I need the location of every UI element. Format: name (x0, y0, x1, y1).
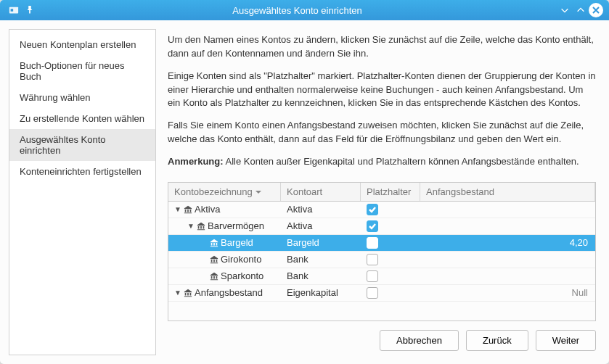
cell-account-name: Sparkonto (168, 270, 281, 281)
sidebar-item-new-plan[interactable]: Neuen Kontenplan erstellen (9, 34, 155, 55)
sidebar-item-book-options[interactable]: Buch-Optionen für neues Buch (9, 55, 155, 87)
table-row[interactable]: ▼AnfangsbestandEigenkapitalNull (168, 285, 595, 302)
cell-placeholder (361, 254, 420, 265)
account-name-text: Bargeld (221, 237, 253, 248)
table-row[interactable]: SparkontoBank (168, 268, 595, 285)
placeholder-checkbox[interactable] (367, 254, 378, 265)
cell-account-type: Aktiva (281, 204, 361, 215)
titlebar: Ausgewähltes Konto einrichten (0, 0, 609, 20)
window-title: Ausgewähltes Konto einrichten (38, 5, 557, 16)
cell-opening-balance[interactable]: 4,20 (420, 237, 595, 248)
cancel-button[interactable]: Abbrechen (380, 330, 459, 351)
main-panel: Um den Namen eines Kontos zu ändern, kli… (156, 29, 600, 355)
back-button[interactable]: Zurück (466, 330, 528, 351)
sidebar-item-select-accounts[interactable]: Zu erstellende Konten wählen (9, 108, 155, 129)
account-name-text: Anfangsbestand (195, 287, 263, 298)
col-header-balance[interactable]: Anfangsbestand (420, 183, 595, 201)
sidebar-item-setup-account[interactable]: Ausgewähltes Konto einrichten (9, 129, 155, 161)
cell-placeholder (361, 270, 420, 282)
instructions: Um den Namen eines Kontos zu ändern, kli… (168, 33, 596, 178)
cell-account-name: Girokonto (168, 254, 281, 265)
app-icon (8, 4, 20, 16)
instruction-p3: Falls Sie einem Konto einen Anfangsbesta… (168, 119, 596, 146)
instruction-note: Anmerkung: Alle Konten außer Eigenkapita… (168, 155, 596, 169)
instruction-p2: Einige Konten sind als "Platzhalter" mar… (168, 70, 596, 111)
cell-account-type: Bank (281, 270, 361, 281)
cell-opening-balance[interactable]: Null (420, 287, 595, 298)
dialog-body: Neuen Kontenplan erstellen Buch-Optionen… (0, 20, 609, 364)
table-row[interactable]: ▼BarvermögenAktiva (168, 218, 595, 235)
wizard-steps-sidebar: Neuen Kontenplan erstellen Buch-Optionen… (9, 29, 156, 355)
table-row[interactable]: GirokontoBank (168, 252, 595, 268)
cell-placeholder (361, 220, 420, 232)
maximize-icon[interactable] (575, 4, 586, 16)
svg-rect-1 (11, 9, 14, 12)
dialog-window: Ausgewähltes Konto einrichten Neuen Kont… (0, 0, 609, 364)
cell-account-name: Bargeld (168, 237, 281, 248)
cell-account-type: Bargeld (281, 237, 361, 248)
expander-icon[interactable]: ▼ (187, 222, 195, 230)
cell-account-type: Aktiva (281, 220, 361, 231)
account-icon (184, 289, 192, 297)
sort-desc-icon (256, 186, 261, 197)
cell-placeholder (361, 287, 420, 299)
expander-icon[interactable]: ▼ (174, 289, 181, 297)
cell-account-name: ▼Barvermögen (168, 220, 281, 231)
note-text: Alle Konten außer Eigenkapital und Platz… (224, 156, 579, 167)
pin-icon[interactable] (24, 4, 36, 16)
account-icon (210, 272, 218, 281)
note-label: Anmerkung: (168, 156, 224, 167)
placeholder-checkbox[interactable] (367, 237, 378, 249)
next-button[interactable]: Weiter (536, 330, 596, 351)
placeholder-checkbox[interactable] (367, 270, 378, 282)
placeholder-checkbox[interactable] (367, 220, 378, 232)
sidebar-item-finish[interactable]: Konteneinrichten fertigstellen (9, 161, 155, 182)
table-header: Kontobezeichnung Kontoart Platzhalter An… (168, 183, 595, 202)
cell-account-type: Bank (281, 254, 361, 265)
table-body: ▼AktivaAktiva▼BarvermögenAktivaBargeldBa… (168, 202, 595, 302)
account-name-text: Barvermögen (208, 220, 264, 231)
placeholder-checkbox[interactable] (367, 287, 378, 299)
cell-placeholder (361, 237, 420, 249)
col-header-name[interactable]: Kontobezeichnung (168, 183, 281, 201)
close-icon[interactable] (589, 3, 603, 17)
account-name-text: Sparkonto (221, 270, 263, 281)
account-name-text: Aktiva (195, 204, 220, 215)
cell-account-name: ▼Anfangsbestand (168, 287, 281, 298)
placeholder-checkbox[interactable] (367, 204, 378, 215)
account-icon (197, 222, 205, 231)
table-row[interactable]: ▼AktivaAktiva (168, 202, 595, 218)
cell-account-type: Eigenkapital (281, 287, 361, 298)
minimize-icon[interactable] (559, 4, 571, 16)
expander-icon[interactable]: ▼ (174, 205, 181, 213)
account-icon (184, 205, 192, 214)
table-row[interactable]: BargeldBargeld4,20 (168, 235, 595, 252)
cell-placeholder (361, 204, 420, 215)
instruction-p1: Um den Namen eines Kontos zu ändern, kli… (168, 33, 596, 61)
col-header-type[interactable]: Kontoart (281, 183, 361, 201)
sidebar-item-currency[interactable]: Währung wählen (9, 87, 155, 108)
account-icon (210, 255, 218, 264)
col-header-placeholder[interactable]: Platzhalter (361, 183, 420, 201)
accounts-table: Kontobezeichnung Kontoart Platzhalter An… (168, 182, 596, 321)
account-name-text: Girokonto (221, 254, 261, 265)
button-row: Abbrechen Zurück Weiter (168, 321, 596, 351)
cell-account-name: ▼Aktiva (168, 204, 281, 215)
account-icon (210, 239, 218, 247)
